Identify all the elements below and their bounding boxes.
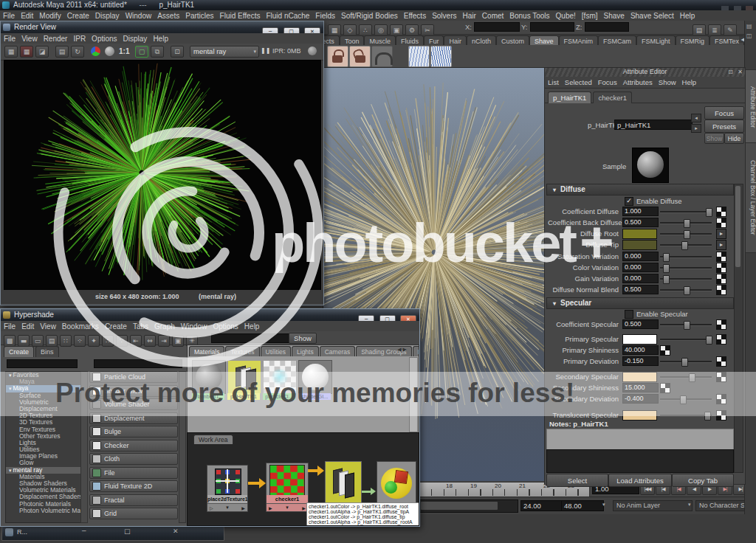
shave-curve-icon[interactable] — [371, 46, 393, 67]
snapshot-icon[interactable]: ▤ — [55, 46, 69, 58]
menu-item[interactable]: Particles — [182, 12, 216, 20]
layout-split-icon[interactable]: ▤ — [46, 335, 58, 347]
anim-layer-dropdown[interactable]: No Anim Layer — [613, 500, 693, 511]
hs-filter-field[interactable] — [7, 359, 78, 368]
shelf-tab[interactable]: Shave — [529, 35, 559, 45]
work-area-panel[interactable]: Work Area place2dTexture1 ▷▼▶ — [187, 432, 419, 526]
shave-unlock-icon[interactable] — [349, 46, 371, 67]
animation-end-field[interactable]: 48.00 — [561, 500, 604, 511]
layout-top-icon[interactable]: ▬ — [18, 335, 30, 347]
taskbar-restore-icon[interactable]: □ — [124, 528, 131, 535]
tree-item[interactable]: Volumetric Materials — [6, 487, 81, 494]
shelf-tab[interactable]: FSMRig — [676, 35, 710, 45]
tree-item[interactable]: Photonic Materials — [6, 501, 81, 508]
diffuse-section-header[interactable]: Diffuse — [546, 184, 734, 196]
menu-item[interactable]: Comet — [479, 12, 506, 20]
rv-menu-item[interactable]: Options — [89, 35, 120, 43]
refresh-ipr-icon[interactable]: ↻ — [71, 46, 84, 58]
tree-item[interactable]: Materials — [6, 474, 81, 480]
tree-item[interactable]: Maya — [6, 378, 81, 385]
shelf-tab[interactable]: Muscle — [364, 35, 396, 45]
hs-menu-item[interactable]: View — [37, 322, 59, 331]
hs-filter-field2[interactable] — [94, 359, 182, 368]
menu-item[interactable]: [fsm] — [579, 12, 601, 20]
swatch-particlecloud1[interactable] — [263, 360, 297, 394]
remove-image-icon[interactable]: ⧉ — [151, 46, 164, 58]
ae-float-icon[interactable]: ⊡ — [728, 69, 733, 75]
swatch-shaderglow1[interactable] — [298, 360, 332, 394]
render-view-title-bar[interactable]: Render View ─ □ ✕ — [1, 21, 323, 33]
ae-menu-item[interactable]: Attributes — [620, 78, 656, 86]
render-image-area[interactable] — [4, 60, 321, 291]
create-node-button[interactable]: Particle Cloud — [89, 371, 178, 383]
rv-menu-item[interactable]: Display — [120, 35, 151, 43]
hypershade-title-bar[interactable]: Hypershade ─ □ ✕ — [1, 309, 419, 321]
swatch-panel-tab[interactable]: Lights — [292, 346, 319, 356]
create-node-button[interactable]: Fractal — [89, 494, 178, 506]
dock-icon-1[interactable]: ▤ — [746, 23, 752, 30]
input-connection-icon[interactable]: ◂ — [691, 114, 701, 122]
tree-item[interactable]: Shadow Shaders — [6, 480, 81, 487]
taskbar-close-icon[interactable]: ✕ — [173, 528, 179, 535]
swatch-scrollbar[interactable] — [409, 357, 418, 432]
anim-layer-arrow[interactable]: ▾ — [688, 502, 691, 508]
hs-menu-item[interactable]: Window — [178, 322, 210, 331]
ae-close-icon[interactable]: ✕ — [738, 69, 743, 75]
tree-item[interactable]: 3D Textures — [6, 419, 81, 426]
tree-item[interactable]: Displacement Shaders — [6, 494, 81, 500]
shave-fur-preset-icon[interactable] — [408, 46, 430, 67]
render-settings-icon[interactable]: ⊡ — [171, 46, 184, 58]
attribute-editor-header[interactable]: Attribute Editor ⊡ ✕ — [545, 68, 745, 77]
shelf-tab[interactable]: FSMAnim — [559, 35, 599, 45]
renderer-dropdown[interactable]: mental ray ▾ — [190, 46, 259, 58]
swatch-panel-tab[interactable]: Textures — [225, 346, 259, 356]
redo-render-icon[interactable]: ▦ — [20, 46, 33, 58]
menu-item[interactable]: Fluid nCache — [263, 12, 312, 20]
render-frame-icon[interactable]: ▦ — [4, 46, 18, 58]
work-area-tab[interactable]: Work Area — [193, 435, 233, 444]
menu-item[interactable]: Fields — [312, 12, 338, 20]
tree-item[interactable]: Other Textures — [6, 433, 81, 440]
ae-menu-item[interactable]: List — [545, 78, 562, 86]
swatch-panel-tab[interactable]: Cameras — [320, 346, 355, 356]
menu-item[interactable]: Edit — [18, 12, 36, 20]
output-connection-icon[interactable]: ▸ — [691, 124, 701, 133]
create-node-button[interactable]: Checker — [89, 440, 178, 452]
shelf-tab[interactable]: Fluids — [396, 35, 424, 45]
menu-item[interactable]: File — [0, 12, 18, 20]
one-to-one-icon[interactable]: 1:1 — [119, 47, 129, 55]
tree-scrollbar[interactable] — [80, 371, 88, 523]
diffuse-tip-map-button[interactable]: ▸ — [716, 240, 726, 250]
secondary-specular-color-swatch[interactable] — [622, 372, 657, 382]
ae-scrollbar[interactable] — [734, 184, 743, 473]
translucent-specular-color-swatch[interactable] — [622, 410, 657, 421]
menu-item[interactable]: Create — [64, 12, 92, 20]
hs-menu-item[interactable]: Graph — [151, 322, 178, 331]
node-p-hairtk1[interactable] — [325, 461, 362, 507]
create-node-button[interactable]: Grid — [89, 508, 178, 519]
medium-swatches-icon[interactable]: ⁘ — [74, 335, 86, 347]
hs-menu-item[interactable]: Create — [102, 322, 130, 331]
enable-diffuse-checkbox[interactable]: ✓ — [625, 197, 633, 206]
coefficient-back-diffuse-field[interactable]: 0.500 — [622, 218, 659, 227]
specular-section-header[interactable]: Specular — [546, 297, 734, 309]
copy-tab-button[interactable]: Copy Tab — [672, 474, 734, 487]
rv-menu-item[interactable]: File — [1, 35, 18, 43]
hs-search-input[interactable] — [211, 333, 291, 343]
swatch-panel-tab[interactable]: Bi — [413, 346, 419, 356]
create-node-button[interactable]: Cloth — [89, 453, 178, 465]
node-shading-group[interactable] — [377, 461, 416, 507]
shave-lock-icon[interactable] — [327, 46, 348, 67]
node-name-field[interactable]: p_HairTK1 — [614, 120, 693, 130]
create-list-scrollbar[interactable] — [179, 371, 186, 523]
menu-item[interactable]: Assets — [154, 12, 182, 20]
shelf-tab[interactable]: Fur — [424, 35, 444, 45]
create-node-button[interactable]: Bulge — [89, 426, 178, 437]
shelf-tab[interactable]: FSMLight — [636, 35, 676, 45]
rv-menu-item[interactable]: Render — [41, 35, 71, 43]
hs-menu-item[interactable]: Help — [241, 322, 263, 331]
shelf-tab[interactable]: FSMCam — [598, 35, 636, 45]
swatch-panel-tab[interactable]: Materials — [189, 346, 224, 356]
ae-menu-item[interactable]: Show — [656, 78, 679, 86]
layout-bottom-icon[interactable]: ▭ — [32, 335, 44, 347]
